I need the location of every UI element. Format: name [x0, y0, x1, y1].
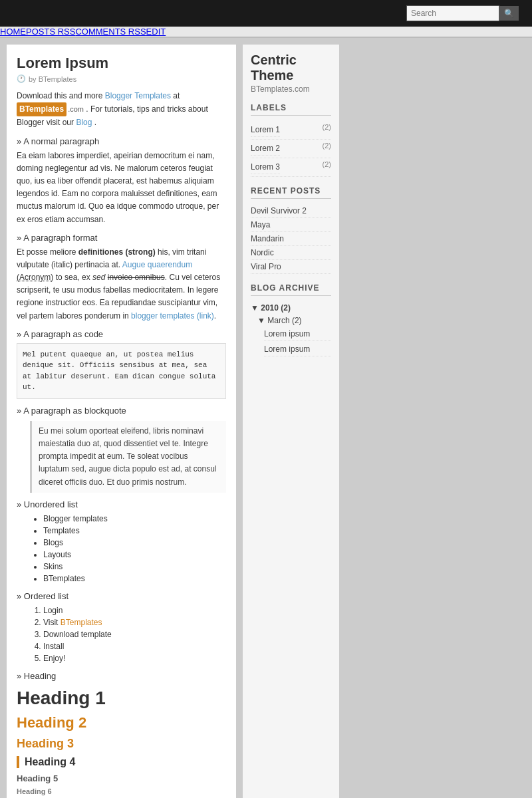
- blockquote-block: Eu mei solum oporteat eleifend, libris n…: [30, 421, 226, 493]
- btemplates-ordered-link[interactable]: BTemplates: [61, 618, 102, 627]
- recent-post-2[interactable]: Mandarin: [251, 232, 331, 246]
- section-blockquote: A paragraph as blockquote: [17, 406, 226, 416]
- sidebar-label-item: Lorem 3 (2): [251, 158, 331, 177]
- augue-link[interactable]: Augue quaerendum: [122, 260, 192, 269]
- sidebar-labels: Lorem 1 (2) Lorem 2 (2) Lorem 3 (2): [251, 121, 331, 177]
- archive-post-1: Lorem ipsum: [251, 342, 331, 357]
- list-item: BTemplates: [43, 573, 226, 585]
- list-item: Enjoy!: [43, 652, 226, 664]
- section-ordered: Ordered list: [17, 591, 226, 601]
- recent-posts-title: RECENT POSTS: [251, 186, 331, 199]
- nav-edit[interactable]: EDIT: [146, 27, 166, 37]
- post-meta: 🕐 by BTemplates: [17, 74, 226, 83]
- unordered-list: Blogger templates Templates Blogs Layout…: [43, 513, 226, 585]
- theme-subtitle: BTemplates.com: [251, 84, 331, 94]
- list-item: Blogger templates: [43, 513, 226, 525]
- label-link-2[interactable]: Lorem 2: [251, 142, 280, 156]
- post-meta-author: by BTemplates: [29, 75, 76, 83]
- recent-posts-list: Devil Survivor 2 Maya Mandarin Nordic Vi…: [251, 204, 331, 274]
- archive-month[interactable]: ▼ March (2): [251, 315, 331, 327]
- post-meta-icon: 🕐: [17, 74, 26, 83]
- blog-link[interactable]: Blog: [76, 118, 92, 127]
- list-item: Visit BTemplates: [43, 616, 226, 628]
- blog-archive: ▼ 2010 (2) ▼ March (2) Lorem ipsum Lorem…: [251, 301, 331, 357]
- heading-2: Heading 2: [17, 714, 226, 732]
- sidebar-column: Centric Theme BTemplates.com LABELS Lore…: [243, 45, 339, 798]
- theme-title: Centric Theme: [251, 53, 331, 83]
- recent-post-1[interactable]: Maya: [251, 218, 331, 232]
- archive-year[interactable]: ▼ 2010 (2): [251, 301, 331, 315]
- sidebar-label-item: Lorem 1 (2): [251, 121, 331, 140]
- label-count-2: (2): [323, 142, 331, 156]
- section-unordered: Unordered list: [17, 499, 226, 509]
- format-para: Et posse meliore definitiones (strong) h…: [17, 246, 226, 323]
- list-item: Install: [43, 640, 226, 652]
- nav-comments-rss[interactable]: COMMENTS RSS: [75, 27, 146, 37]
- label-count-3: (2): [323, 160, 331, 174]
- label-count-1: (2): [323, 123, 331, 137]
- section-heading: Heading: [17, 671, 226, 681]
- heading-1: Heading 1: [17, 688, 226, 709]
- recent-post-4[interactable]: Viral Pro: [251, 260, 331, 274]
- nav-posts-rss[interactable]: POSTS RSS: [26, 27, 75, 37]
- list-item: Download template: [43, 628, 226, 640]
- archive-post-link-1[interactable]: Lorem ipsum: [264, 342, 331, 356]
- heading-6: Heading 6: [17, 787, 226, 795]
- nav-home[interactable]: HOME: [0, 27, 26, 37]
- top-bar: 🔍: [0, 0, 532, 27]
- archive-month-arrow: ▼: [257, 316, 267, 325]
- main-wrapper: Lorem Ipsum 🕐 by BTemplates Download thi…: [0, 38, 532, 798]
- archive-post-link-0[interactable]: Lorem ipsum: [264, 327, 331, 341]
- list-item: Login: [43, 604, 226, 616]
- labels-section-title: LABELS: [251, 103, 331, 116]
- search-input[interactable]: [406, 5, 499, 21]
- btemplates-logo: BTemplates.com: [17, 102, 84, 116]
- sidebar-label-item: Lorem 2 (2): [251, 140, 331, 158]
- nav-bar: HOME POSTS RSS COMMENTS RSS EDIT: [0, 27, 532, 38]
- code-block: Mel putent quaeque an, ut postea melius …: [17, 343, 226, 399]
- archive-post-0: Lorem ipsum: [251, 327, 331, 342]
- heading-4: Heading 4: [17, 756, 226, 768]
- label-link-3[interactable]: Lorem 3: [251, 160, 280, 174]
- heading-5: Heading 5: [17, 773, 226, 783]
- recent-post-3[interactable]: Nordic: [251, 246, 331, 260]
- list-item: Blogs: [43, 537, 226, 549]
- ordered-list: Login Visit BTemplates Download template…: [43, 604, 226, 664]
- post-title: Lorem Ipsum: [17, 55, 226, 72]
- blogger-templates-link[interactable]: Blogger Templates: [105, 91, 171, 100]
- label-link-1[interactable]: Lorem 1: [251, 123, 280, 137]
- section-code: A paragraph as code: [17, 329, 226, 339]
- section-format: A paragraph format: [17, 233, 226, 243]
- heading-3: Heading 3: [17, 737, 226, 751]
- content-column: Lorem Ipsum 🕐 by BTemplates Download thi…: [7, 45, 236, 798]
- acronym-abbr: (Acronym): [17, 273, 53, 282]
- section-normal-para: A normal paragraph: [17, 136, 226, 146]
- archive-title: BLOG ARCHIVE: [251, 283, 331, 296]
- archive-year-arrow: ▼: [251, 303, 261, 313]
- search-bar: 🔍: [406, 5, 519, 21]
- list-item: Templates: [43, 525, 226, 537]
- search-button[interactable]: 🔍: [499, 6, 519, 21]
- recent-post-0[interactable]: Devil Survivor 2: [251, 204, 331, 218]
- list-item: Skins: [43, 561, 226, 573]
- blogger-templates-link2[interactable]: blogger templates (link): [131, 311, 214, 321]
- list-item: Layouts: [43, 549, 226, 561]
- normal-para-text: Ea eiam labores imperdiet, apeirian demo…: [17, 150, 226, 226]
- post-intro: Download this and more Blogger Templates…: [17, 90, 226, 130]
